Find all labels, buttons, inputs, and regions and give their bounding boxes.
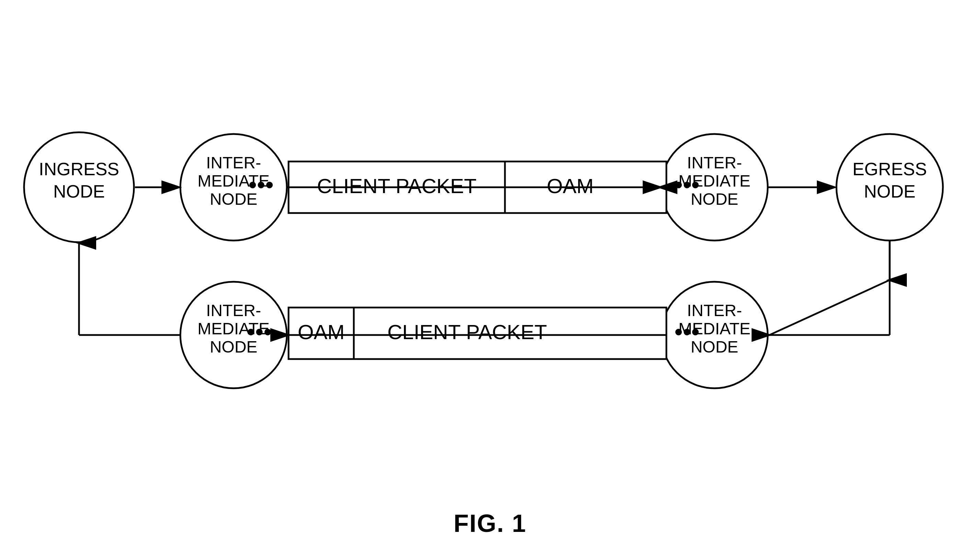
svg-text:INTER-: INTER-: [687, 301, 742, 320]
dots-top-left: •••: [248, 171, 274, 198]
oam-bottom-label: OAM: [298, 320, 345, 344]
diagram-container: INGRESS NODE INTER- MEDIATE NODE INTER- …: [0, 28, 980, 509]
dots-bot-left: •••: [247, 318, 272, 345]
svg-text:INTER-: INTER-: [206, 301, 261, 320]
dots-top-right: •••: [674, 171, 700, 198]
ingress-node-label: INGRESS: [39, 159, 119, 179]
svg-text:NODE: NODE: [864, 181, 915, 201]
client-packet-top-label: CLIENT PACKET: [317, 174, 477, 198]
dots-bot-right: •••: [674, 318, 700, 345]
figure-label: FIG. 1: [454, 509, 526, 537]
svg-text:EGRESS: EGRESS: [852, 159, 927, 179]
arrow-egress-to-inter-bot-right: [769, 280, 890, 335]
svg-text:INTER-: INTER-: [206, 154, 261, 172]
svg-text:NODE: NODE: [53, 181, 105, 201]
svg-text:INTER-: INTER-: [687, 154, 742, 172]
oam-top-label: OAM: [547, 174, 594, 198]
client-packet-bottom-label: CLIENT PACKET: [387, 320, 547, 344]
